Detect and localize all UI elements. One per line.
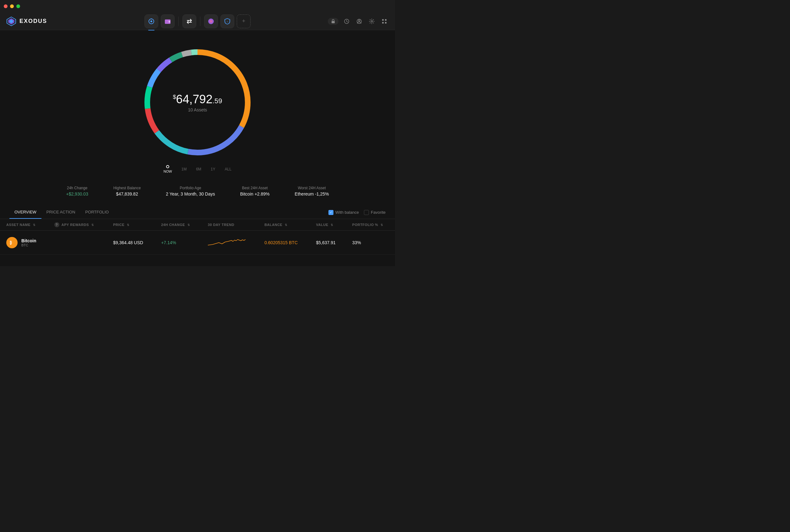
filter-with-balance[interactable]: ✓ With balance <box>328 210 359 215</box>
asset-info: ₿ Bitcoin BTC <box>6 237 42 248</box>
stat-age-value: 2 Year, 3 Month, 30 Days <box>166 191 215 196</box>
stat-worst-asset: Worst 24H Asset Ethereum -1,25% <box>295 186 329 196</box>
btc-change: +7.14% <box>161 240 176 245</box>
btc-symbol: BTC <box>21 243 36 247</box>
nav-center: + + <box>69 15 326 28</box>
col-value[interactable]: VALUE ⇅ <box>310 219 346 231</box>
nav-exchange-btn[interactable] <box>183 15 196 28</box>
stat-worst-value: Ethereum -1,25% <box>295 191 329 196</box>
col-asset-name[interactable]: ASSET NAME ⇅ <box>0 219 48 231</box>
currency-symbol: $ <box>173 94 176 100</box>
nav-wallet-btn[interactable] <box>161 15 174 28</box>
stat-highest-label: Highest Balance <box>113 186 141 190</box>
assets-table: ASSET NAME ⇅ ? APY REWARDS ⇅ PRICE ⇅ 24H… <box>0 219 395 254</box>
nav-nft-btn[interactable] <box>204 15 218 28</box>
tabs-row: OVERVIEW PRICE ACTION PORTFOLIO ✓ With b… <box>0 206 395 219</box>
col-price-label: PRICE <box>113 223 124 227</box>
grid-btn[interactable] <box>380 17 389 26</box>
col-asset-name-label: ASSET NAME <box>6 223 31 227</box>
minimize-button[interactable] <box>10 4 14 8</box>
timeline-now-label: NOW <box>164 170 172 173</box>
svg-text:+: + <box>227 21 228 23</box>
filter-favorite[interactable]: Favorite <box>364 210 385 215</box>
nav-portfolio-btn[interactable] <box>145 15 158 28</box>
lock-icon <box>331 19 335 23</box>
apy-help-icon[interactable]: ? <box>54 222 59 227</box>
assets-count: 10 Assets <box>173 107 222 112</box>
col-balance[interactable]: BALANCE ⇅ <box>258 219 309 231</box>
favorite-checkbox[interactable] <box>364 210 369 215</box>
tab-overview[interactable]: OVERVIEW <box>10 206 41 219</box>
sort-value: ⇅ <box>331 224 334 227</box>
timeline-6m[interactable]: 6M <box>196 167 201 171</box>
stats-row: 24h Change +$2,930.03 Highest Balance $4… <box>0 179 395 203</box>
cell-price: $9,364.48 USD <box>107 231 155 254</box>
lock-toggle[interactable] <box>328 18 338 25</box>
svg-rect-18 <box>385 22 387 23</box>
svg-rect-16 <box>385 19 387 21</box>
profile-icon <box>356 19 362 24</box>
cell-24h-change: +7.14% <box>155 231 202 254</box>
maximize-button[interactable] <box>16 4 20 8</box>
cell-trend <box>202 231 258 254</box>
col-24h-label: 24H CHANGE <box>161 223 185 227</box>
sort-balance: ⇅ <box>285 224 288 227</box>
col-apy-label: APY REWARDS <box>61 223 89 227</box>
col-24h-change[interactable]: 24H CHANGE ⇅ <box>155 219 202 231</box>
settings-btn[interactable] <box>368 17 376 26</box>
stat-best-value: Bitcoin +2.89% <box>240 191 270 196</box>
timeline-all[interactable]: ALL <box>225 167 231 171</box>
col-apy-rewards[interactable]: ? APY REWARDS ⇅ <box>48 219 107 231</box>
with-balance-label: With balance <box>335 210 359 215</box>
col-30-day-trend: 30 DAY TREND <box>202 219 258 231</box>
sort-price: ⇅ <box>127 224 130 227</box>
nav-add-btn[interactable]: + <box>237 15 250 28</box>
nav-shield-btn[interactable]: + <box>221 15 234 28</box>
svg-rect-15 <box>382 19 384 21</box>
col-price[interactable]: PRICE ⇅ <box>107 219 155 231</box>
stat-best-asset: Best 24H Asset Bitcoin +2.89% <box>240 186 270 196</box>
timeline-1m[interactable]: 1M <box>182 167 187 171</box>
stat-24h-value: +$2,930.03 <box>66 191 88 196</box>
table-header: ASSET NAME ⇅ ? APY REWARDS ⇅ PRICE ⇅ 24H… <box>0 219 395 231</box>
titlebar <box>0 0 395 13</box>
close-button[interactable] <box>4 4 7 8</box>
timeline: NOW 1M 6M 1Y ALL <box>164 165 231 173</box>
grid-icon <box>381 19 387 24</box>
svg-point-8 <box>208 19 214 24</box>
main-content: $64,792.59 10 Assets NOW 1M 6M 1Y ALL 24… <box>0 30 395 266</box>
cell-balance: 0.60205315 BTC <box>258 231 309 254</box>
stat-highest-balance: Highest Balance $47,839.82 <box>113 186 141 196</box>
donut-center: $64,792.59 10 Assets <box>173 93 222 112</box>
profile-btn[interactable] <box>355 17 363 26</box>
stat-portfolio-age: Portfolio Age 2 Year, 3 Month, 30 Days <box>166 186 215 196</box>
nft-icon <box>208 18 214 25</box>
table-body: ₿ Bitcoin BTC $9,364.48 USD +7.14% <box>0 231 395 254</box>
stat-age-label: Portfolio Age <box>166 186 215 190</box>
with-balance-checkbox[interactable]: ✓ <box>328 210 334 215</box>
wallet-icon <box>164 18 171 25</box>
bitcoin-symbol: ₿ <box>9 240 15 246</box>
svg-rect-17 <box>382 22 384 23</box>
col-trend-label: 30 DAY TREND <box>208 223 234 227</box>
history-btn[interactable] <box>342 17 351 26</box>
stat-highest-value: $47,839.82 <box>113 191 141 196</box>
top-navigation: EXODUS <box>0 13 395 30</box>
nav-right <box>326 17 389 26</box>
col-portfolio-pct[interactable]: PORTFOLIO % ⇅ <box>346 219 395 231</box>
cell-value: $5,637.91 <box>310 231 346 254</box>
btc-balance: 0.60205315 BTC <box>264 240 298 245</box>
stat-24h-label: 24h Change <box>66 186 88 190</box>
sort-24h: ⇅ <box>187 224 190 227</box>
sort-asset-name: ⇅ <box>33 224 36 227</box>
history-icon <box>344 19 350 24</box>
cell-asset-name: ₿ Bitcoin BTC <box>0 231 48 254</box>
favorite-label: Favorite <box>371 210 385 215</box>
stat-best-label: Best 24H Asset <box>240 186 270 190</box>
tab-price-action[interactable]: PRICE ACTION <box>41 206 80 219</box>
logo-text: EXODUS <box>19 18 47 24</box>
timeline-now[interactable]: NOW <box>164 165 172 173</box>
timeline-1y[interactable]: 1Y <box>211 167 215 171</box>
tab-portfolio[interactable]: PORTFOLIO <box>80 206 114 219</box>
settings-icon <box>369 19 375 24</box>
